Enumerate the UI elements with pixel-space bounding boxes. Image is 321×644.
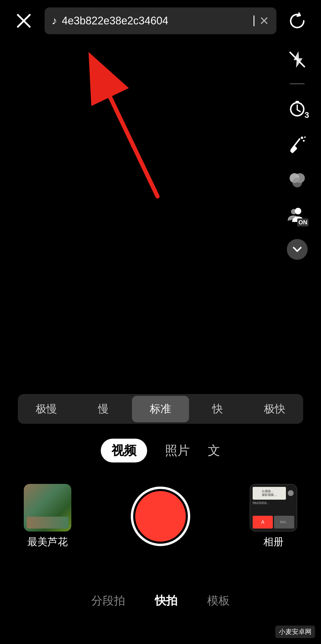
close-button[interactable]	[12, 9, 36, 33]
record-button-inner	[135, 491, 186, 542]
timer-button[interactable]: 3	[285, 96, 309, 120]
svg-rect-6	[295, 101, 299, 103]
timer-number: 3	[304, 110, 309, 120]
right-toolbar: 3 ON	[285, 48, 309, 260]
watermark-text: 小麦安卓网	[279, 628, 311, 635]
nav-item-template[interactable]: 模板	[207, 593, 230, 608]
bottom-nav: 分段拍 快拍 模板	[0, 593, 321, 608]
album-thumbnail[interactable]: 白鹿随…摄影视频… f9b635856... A f9b6...	[250, 484, 297, 532]
mode-tabs: 视频 照片 文	[0, 439, 321, 462]
speed-item-standard[interactable]: 标准	[132, 396, 189, 422]
top-bar: ♪ 4e3b822e38e2c34604 ✕	[0, 0, 321, 42]
svg-line-5	[297, 110, 300, 112]
tab-video[interactable]: 视频	[101, 439, 147, 462]
svg-point-10	[303, 140, 305, 142]
music-icon: ♪	[52, 15, 57, 27]
toolbar-divider	[290, 83, 305, 84]
bottom-controls: 最美芦花 白鹿随…摄影视频… f9b635856... A f9b6... 相册	[0, 484, 321, 549]
tab-photo[interactable]: 照片	[165, 442, 190, 459]
chevron-down-button[interactable]	[287, 239, 308, 260]
gallery-thumb-image	[24, 484, 71, 532]
nav-item-segment[interactable]: 分段拍	[91, 593, 125, 608]
on-badge: ON	[297, 218, 309, 226]
search-clear-button[interactable]: ✕	[259, 14, 269, 28]
speed-selector: 极慢 慢 标准 快 极快	[18, 394, 303, 424]
tab-text[interactable]: 文	[208, 442, 220, 459]
speed-item-very-slow[interactable]: 极慢	[18, 396, 75, 422]
flash-off-button[interactable]	[285, 48, 309, 71]
album-label: 相册	[263, 535, 284, 549]
watermark: 小麦安卓网	[275, 626, 315, 638]
refresh-button[interactable]	[285, 9, 309, 33]
speed-item-fast[interactable]: 快	[189, 396, 246, 422]
svg-point-9	[301, 137, 303, 139]
search-text: 4e3b822e38e2c34604	[62, 15, 248, 27]
gallery-thumbnail[interactable]	[24, 484, 71, 532]
record-button[interactable]	[131, 487, 190, 546]
music-search-bar[interactable]: ♪ 4e3b822e38e2c34604 ✕	[45, 7, 276, 34]
gallery-label: 最美芦花	[27, 535, 68, 549]
album-section: 白鹿随…摄影视频… f9b635856... A f9b6... 相册	[250, 484, 297, 549]
gallery-section: 最美芦花	[24, 484, 71, 549]
speed-item-slow[interactable]: 慢	[75, 396, 132, 422]
effects-button[interactable]	[285, 132, 309, 156]
nav-item-quick[interactable]: 快拍	[155, 593, 177, 608]
svg-point-11	[304, 137, 306, 138]
svg-point-14	[292, 178, 302, 187]
svg-point-16	[295, 208, 301, 214]
speed-item-very-fast[interactable]: 极快	[246, 396, 303, 422]
cursor	[254, 15, 254, 26]
color-mix-button[interactable]	[285, 168, 309, 191]
people-button[interactable]: ON	[285, 203, 309, 227]
